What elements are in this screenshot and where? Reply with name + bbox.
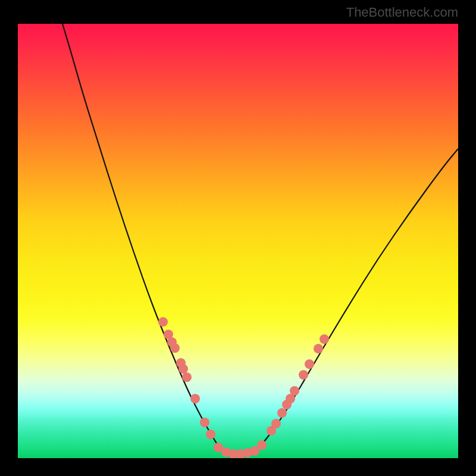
data-point — [305, 359, 314, 369]
data-point — [286, 394, 295, 403]
data-point — [271, 419, 281, 428]
data-point — [167, 337, 177, 347]
data-point — [243, 448, 252, 458]
data-point — [214, 443, 223, 452]
right-curve — [256, 149, 458, 451]
data-point — [228, 449, 238, 458]
data-point — [206, 430, 215, 439]
data-point — [257, 440, 267, 450]
data-point — [236, 449, 245, 458]
data-point — [158, 317, 168, 327]
data-point — [299, 370, 308, 380]
data-point — [221, 447, 231, 457]
data-point — [164, 330, 173, 339]
data-point — [277, 408, 287, 418]
data-point — [190, 394, 200, 403]
scatter-points — [158, 317, 329, 458]
curve-svg — [18, 24, 458, 458]
watermark-text: TheBottleneck.com — [346, 5, 458, 20]
plot-area — [18, 24, 458, 458]
valley-floor — [220, 449, 256, 453]
data-point — [170, 343, 180, 353]
chart-container: TheBottleneck.com — [0, 0, 476, 476]
data-point — [282, 400, 292, 409]
data-point — [200, 418, 209, 427]
data-point — [290, 386, 299, 396]
data-point — [182, 372, 192, 382]
data-point — [314, 344, 323, 353]
data-point — [267, 426, 276, 436]
data-point — [178, 364, 188, 374]
data-point — [320, 334, 329, 344]
left-curve — [62, 24, 220, 449]
data-point — [176, 358, 186, 368]
data-point — [250, 446, 259, 456]
